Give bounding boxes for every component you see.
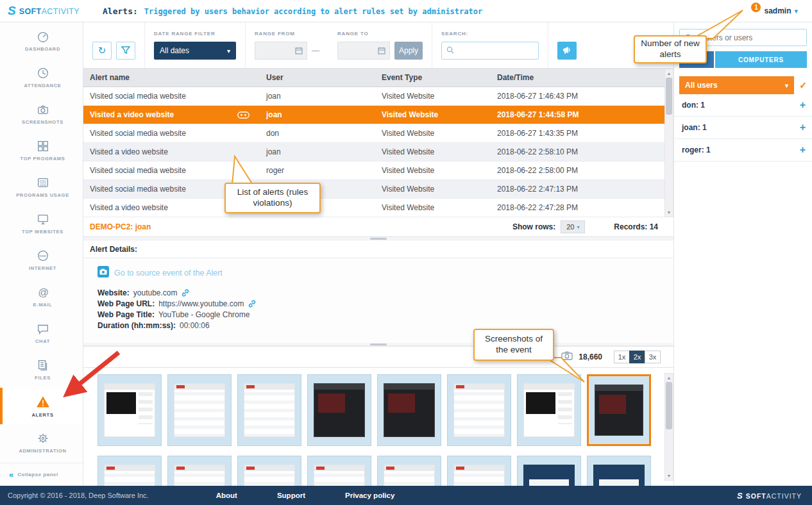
sidebar-item-email[interactable]: @ E-MAIL [0,278,83,315]
zoom-toggle-group: 1x 2x 3x [614,351,661,363]
scroll-down-icon[interactable]: ▼ [667,472,672,480]
screenshot-thumbnail[interactable] [307,456,371,486]
main-content: ↻ DATE RANGE FILTER All dates ▾ RANGE FR… [83,22,673,486]
plus-icon[interactable]: + [800,122,806,133]
footer-link-privacy[interactable]: Privacy policy [345,492,394,499]
field-value: https://www.youtube.com [158,299,244,308]
sidebar-item-programs-usage[interactable]: 01011010 PROGRAMS USAGE [0,169,83,205]
date-range-group: DATE RANGE FILTER All dates ▾ [145,22,246,68]
search-field[interactable] [441,42,539,60]
user-list-item[interactable]: don: 1 + [674,94,812,117]
sidebar-item-administration[interactable]: ADMINISTRATION [0,424,83,461]
scrollbar-thumb[interactable] [666,78,672,115]
scroll-up-icon[interactable]: ▲ [667,374,672,382]
field-label: Website: [97,288,130,297]
scroll-down-icon[interactable]: ▼ [667,208,672,217]
check-icon[interactable]: ✓ [797,80,809,90]
sidebar-item-top-programs[interactable]: TOP PROGRAMS [0,132,83,169]
column-header-user[interactable]: User [260,69,375,87]
cell-event-type: Visited Website [375,87,491,105]
screenshots-scrollbar[interactable]: ▲ ▼ [664,373,673,481]
copyright-text: Copyright © 2016 - 2018, Deep Software I… [8,492,149,499]
screenshot-thumbnail[interactable] [447,374,511,446]
sidebar-item-top-websites[interactable]: TOP WEBSITES [0,205,83,242]
screenshot-thumbnail[interactable] [237,374,301,446]
brand-activity: ACTIVITY [42,7,80,16]
scrollbar-thumb[interactable] [666,382,672,429]
splitter-handle[interactable] [83,343,673,346]
column-header-alert-name[interactable]: Alert name [83,69,260,87]
link-icon[interactable] [248,300,256,308]
column-header-event-type[interactable]: Event Type [375,69,491,87]
user-menu[interactable]: 1 sadmin ▾ [751,6,812,16]
scroll-up-icon[interactable]: ▲ [667,69,672,78]
table-row[interactable]: Visited social media website don Visited… [83,124,664,143]
apply-button[interactable]: Apply [394,42,423,60]
table-row-selected[interactable]: Visited a video website joan Visited Web… [83,106,664,124]
plus-icon[interactable]: + [800,99,806,111]
plus-icon[interactable]: + [800,144,806,156]
table-row[interactable]: Visited social media website joan Visite… [83,87,664,106]
cell-event-type: Visited Website [375,106,491,124]
splitter-handle[interactable] [83,237,673,240]
column-header-date-time[interactable]: Date/Time [491,69,664,87]
user-list-item[interactable]: roger: 1 + [674,139,812,161]
alert-rules-button[interactable] [557,42,577,60]
user-list-item[interactable]: joan: 1 + [674,117,812,139]
field-value: 00:00:06 [180,321,210,330]
footer-logo: S SOFTACTIVITY [737,490,802,501]
sidebar-item-dashboard[interactable]: DASHBOARD [0,22,83,59]
range-from-label: RANGE FROM [255,31,319,38]
collapse-panel-button[interactable]: « Collapse panel [0,463,83,486]
alert-filter-button[interactable] [116,42,135,60]
search-input[interactable] [458,46,529,55]
user-name: sadmin [764,6,791,15]
globe-www-icon: www [36,249,50,263]
table-row[interactable]: Visited a video website joan Visited Web… [83,143,664,161]
cell-user: joan [260,106,375,124]
screenshot-thumbnail[interactable] [167,456,232,486]
softactivity-logo: S SOFTACTIVITY [0,4,83,18]
alerts-toolbar: ↻ DATE RANGE FILTER All dates ▾ RANGE FR… [83,22,673,69]
sidebar-item-attendance[interactable]: ATTENDANCE [0,59,83,95]
screenshot-thumbnail[interactable] [517,456,581,486]
screenshot-thumbnail-highlighted[interactable] [587,374,651,446]
sidebar-item-screenshots[interactable]: SCREENSHOTS [0,95,83,132]
refresh-button[interactable]: ↻ [92,42,112,60]
sidebar-item-internet[interactable]: www INTERNET [0,242,83,278]
range-from-input[interactable] [255,42,307,60]
screenshot-thumbnail[interactable] [447,456,511,486]
zoom-2x-button[interactable]: 2x [629,351,645,363]
table-scrollbar[interactable]: ▲ ▼ [664,69,673,217]
date-range-select[interactable]: All dates ▾ [154,42,236,60]
screenshot-thumbnail[interactable] [377,374,441,446]
screenshot-thumbnail[interactable] [377,456,441,486]
detail-field-website: Website: youtube.com [97,287,673,298]
table-row[interactable]: Visited a video website Visited Website … [83,199,664,217]
zoom-1x-button[interactable]: 1x [614,351,630,363]
footer-link-about[interactable]: About [216,492,237,499]
show-rows-select[interactable]: 20 ▾ [561,220,585,233]
range-to-input[interactable] [337,42,390,60]
screenshot-thumbnail[interactable] [167,374,232,446]
screenshot-thumbnail[interactable] [517,374,581,446]
footer-link-support[interactable]: Support [277,492,305,499]
table-row[interactable]: Visited social media website Visited Web… [83,180,664,199]
zoom-3x-button[interactable]: 3x [645,351,661,363]
detail-field-url: Web Page URL: https://www.youtube.com [97,298,673,309]
screenshot-thumbnail[interactable] [307,374,371,446]
sidebar-item-label: TOP PROGRAMS [21,156,65,161]
go-to-source-link[interactable]: Go to source event of the Alert [97,266,673,279]
link-icon[interactable] [182,289,189,297]
collapse-icon: « [9,470,13,479]
table-row[interactable]: Visited social media website roger Visit… [83,161,664,180]
all-users-dropdown[interactable]: All users ▾ [679,76,794,94]
all-users-row: All users ▾ ✓ [679,76,809,94]
screenshot-thumbnail[interactable] [97,456,162,486]
page-header: Alerts: Triggered by users behavior acco… [103,6,482,16]
footer: Copyright © 2016 - 2018, Deep Software I… [0,486,812,505]
sidebar-item-label: SCREENSHOTS [22,119,63,125]
computers-tab-button[interactable]: COMPUTERS [715,51,807,68]
screenshot-thumbnail[interactable] [237,456,301,486]
screenshot-thumbnail[interactable] [587,456,651,486]
